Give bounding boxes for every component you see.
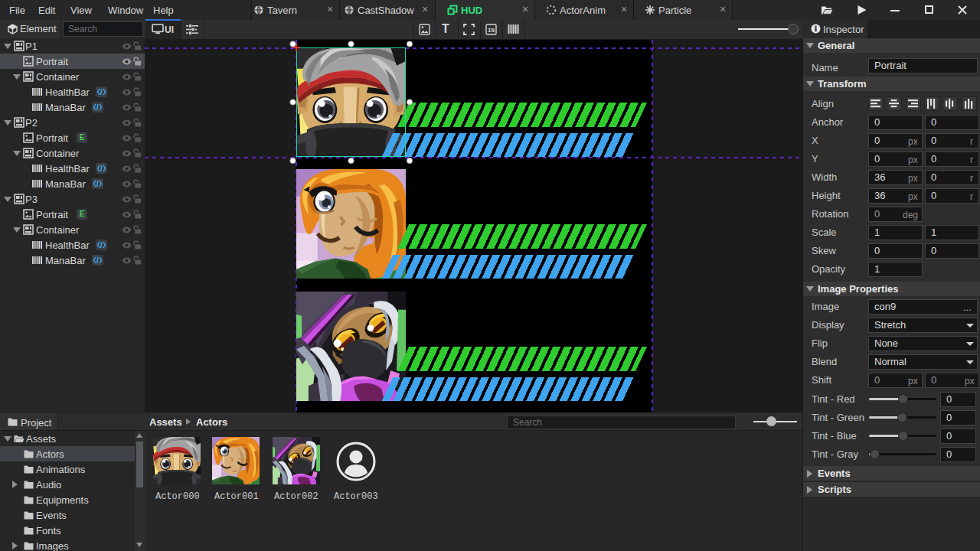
svg-text:IN: IN <box>488 28 495 34</box>
